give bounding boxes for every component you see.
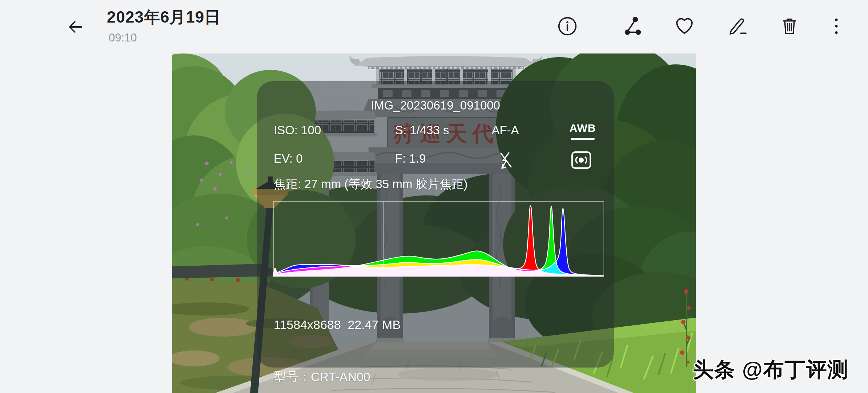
exif-shutter: S: 1/433 s [395, 123, 449, 137]
edit-button[interactable] [726, 15, 749, 38]
more-button[interactable] [825, 15, 848, 38]
pencil-icon [727, 16, 748, 37]
info-button[interactable] [556, 15, 579, 38]
exif-iso: ISO: 100 [274, 123, 321, 137]
gallery-detail-screen: 2023年6月19日 09:10 [0, 0, 868, 393]
share-icon [623, 16, 644, 37]
exif-ev: EV: 0 [274, 152, 303, 166]
exif-aperture: F: 1.9 [395, 152, 426, 166]
photo-date: 2023年6月19日 [107, 7, 221, 28]
trash-icon [779, 16, 800, 37]
exif-resolution-size: 11584x8688 22.47 MB [274, 316, 446, 334]
exif-model: 型号：CRT-AN00 [274, 368, 446, 386]
back-arrow-icon [65, 17, 86, 37]
flash-off-icon [498, 151, 514, 171]
exif-filename: IMG_20230619_091000 [257, 99, 614, 112]
exif-overlay-panel: IMG_20230619_091000 ISO: 100 S: 1/433 s … [257, 81, 614, 368]
info-icon [557, 16, 578, 37]
more-dots-icon [826, 16, 847, 37]
share-button[interactable] [622, 15, 645, 38]
exif-file-info: 11584x8688 22.47 MB 型号：CRT-AN00 路径：内部存储/… [274, 282, 446, 393]
exif-focal-length: 焦距: 27 mm (等效 35 mm 胶片焦距) [274, 176, 468, 192]
histogram-channel-blue [273, 209, 604, 277]
back-button[interactable] [64, 15, 87, 39]
exif-white-balance: AWB [570, 122, 596, 134]
delete-button[interactable] [778, 15, 801, 38]
exif-focus-mode: AF-A [491, 123, 519, 137]
rgb-histogram [273, 201, 604, 277]
heart-icon [674, 15, 695, 37]
favorite-button[interactable] [673, 15, 696, 38]
photo-view[interactable]: 狩巡天代 [172, 53, 696, 393]
awb-underline [571, 138, 595, 140]
photo-time: 09:10 [109, 31, 137, 44]
spot-metering-icon [571, 151, 591, 171]
watermark-text: 头条 @布丁评测 [693, 356, 849, 384]
